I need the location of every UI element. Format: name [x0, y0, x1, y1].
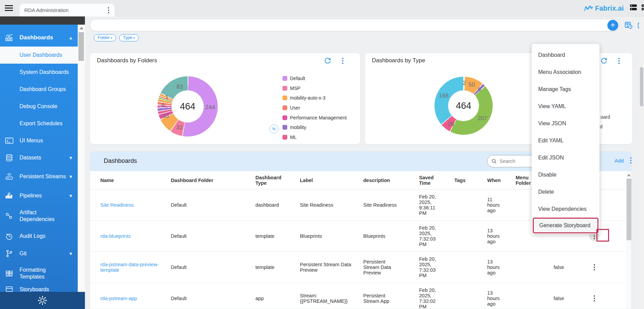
legend-item[interactable]: mobility-auto-x-3: [282, 93, 347, 103]
layout-grid-icon: [5, 269, 14, 278]
col-header-label[interactable]: Label: [300, 178, 363, 183]
sidebar-item-ui-menus[interactable]: UI Menus: [0, 132, 78, 149]
col-header-type[interactable]: Dashboard Type: [255, 175, 283, 186]
table-scrollbar[interactable]: [626, 171, 632, 309]
table-clock-icon[interactable]: [624, 21, 633, 29]
legend-item[interactable]: ML: [282, 132, 347, 142]
sidebar-item-debug-console[interactable]: Debug Console: [0, 98, 78, 115]
sidebar-item-export-schedules[interactable]: Export Schedules: [0, 115, 78, 132]
col-header-name[interactable]: Name: [100, 178, 171, 183]
menu-item-delete[interactable]: Delete: [532, 183, 599, 201]
sidebar-dark-strip: [0, 16, 85, 25]
kebab-highlight-box: [596, 229, 609, 242]
table-title: Dashboards: [104, 157, 137, 165]
terminal-icon: [5, 136, 14, 145]
col-header-description[interactable]: description: [363, 178, 419, 183]
sidebar-item-dashboard-groups[interactable]: Dashboard Groups: [0, 81, 78, 98]
legend-item[interactable]: MSP: [282, 83, 347, 93]
sidebar-item-dashboards[interactable]: Dashboards ▲: [0, 29, 78, 46]
col-header-folder[interactable]: Dashboard Folder: [171, 178, 255, 183]
menu-item-generate-storyboard[interactable]: Generate Storyboard: [533, 218, 598, 233]
row-actions-kebab[interactable]: [594, 295, 595, 301]
search-icon: [492, 159, 497, 164]
git-branch-icon: [5, 249, 14, 258]
search-placeholder: Search: [500, 158, 515, 164]
table-row: rda-pstream-app Default app Stream: {{PS…: [90, 283, 632, 309]
slice-label: 1: [165, 94, 168, 101]
col-header-saved-time[interactable]: Saved Time: [419, 175, 436, 186]
filter-chip-folder[interactable]: Folder▾: [94, 34, 116, 41]
slice-label: 168: [439, 92, 449, 99]
add-button[interactable]: Add: [615, 158, 624, 164]
stream-icon: [5, 172, 14, 181]
table-kebab-icon[interactable]: [630, 157, 632, 164]
chevron-down-icon: ▼: [68, 251, 73, 256]
gear-icon[interactable]: [37, 295, 48, 306]
legend-swatch: [282, 86, 287, 91]
panel-dashboards-by-folders: Dashboards by Folders 464 244 83 1 6 13 …: [90, 53, 361, 144]
sidebar-item-system-dashboards[interactable]: System Dashboards: [0, 64, 78, 81]
database-icon: [5, 153, 14, 162]
filter-chip-type[interactable]: Type▾: [119, 34, 139, 41]
sidebar-item-persistent-streams[interactable]: Persistent Streams ▼: [0, 166, 78, 188]
server-list-icon-clipped[interactable]: [642, 4, 644, 11]
slice-label: 8: [478, 86, 481, 93]
panel-title: Dashboards by Folders: [97, 57, 157, 64]
menu-item-dashboard[interactable]: Dashboard: [532, 47, 599, 64]
refresh-icon[interactable]: [324, 57, 331, 64]
menu-item-disable[interactable]: Disable: [532, 166, 599, 183]
menu-item-view-yaml[interactable]: View YAML: [532, 98, 599, 115]
app-tab[interactable]: RDA Administration: [20, 4, 115, 16]
slice-label: 50: [469, 81, 475, 88]
sidebar-footer: [0, 292, 85, 309]
add-plus-button[interactable]: +: [607, 20, 618, 31]
sidebar-item-datasets[interactable]: Datasets ▼: [0, 149, 78, 166]
tab-title: RDA Administration: [24, 7, 68, 13]
slice-label: 83: [177, 83, 183, 90]
menu-item-edit-yaml[interactable]: Edit YAML: [532, 132, 599, 149]
fabrix-wave-icon: [584, 5, 593, 12]
menu-item-view-json[interactable]: View JSON: [532, 115, 599, 132]
col-header-when[interactable]: When: [487, 178, 516, 183]
sidebar-item-user-dashboards[interactable]: User Dashboards: [0, 47, 78, 64]
legend-swatch: [282, 76, 287, 81]
menu-item-manage-tags[interactable]: Manage Tags: [532, 81, 599, 98]
col-header-tags[interactable]: Tags: [454, 178, 487, 183]
legend-fragment: d: [600, 124, 603, 129]
percent-badge[interactable]: %: [269, 125, 278, 133]
dashboard-name-link[interactable]: Site Readiness: [100, 202, 134, 208]
global-search-input[interactable]: [90, 19, 620, 31]
menu-item-view-dependencies[interactable]: View Dependencies: [532, 201, 599, 218]
legend-item[interactable]: Default: [282, 74, 347, 83]
legend-item[interactable]: mobility: [282, 123, 347, 132]
table-search-input[interactable]: Search: [487, 155, 536, 167]
sidebar-item-pipelines[interactable]: Pipelines ▼: [0, 187, 78, 204]
link-nodes-icon: [5, 211, 14, 220]
menu-item-edit-json[interactable]: Edit JSON: [532, 149, 599, 166]
refresh-icon[interactable]: [601, 57, 607, 64]
dashboard-name-link[interactable]: rda-blueprints: [100, 233, 131, 239]
sidebar-scrollbar[interactable]: [78, 25, 85, 292]
sidebar-item-audit-logs[interactable]: Audit Logs: [0, 228, 78, 245]
hamburger-menu-icon[interactable]: [5, 5, 13, 11]
panel-kebab-icon[interactable]: [618, 58, 620, 64]
panel-kebab-icon[interactable]: [342, 58, 343, 64]
sidebar-item-artifact-dependencies[interactable]: Artifact Dependencies: [0, 205, 78, 227]
legend-item[interactable]: User: [282, 103, 347, 113]
row-actions-kebab[interactable]: [594, 264, 595, 270]
slice-label: 13: [163, 113, 169, 119]
slice-label: 207: [478, 115, 487, 122]
sidebar-item-formatting-templates[interactable]: Formatting Templates: [0, 262, 78, 284]
menu-item-menu-association[interactable]: Menu Association: [532, 64, 599, 81]
history-icon: [5, 232, 14, 241]
bar-chart-icon: [5, 33, 14, 42]
donut-center-total: 464: [456, 101, 471, 111]
dashboard-name-link[interactable]: rda-pstream-data-preview-template: [100, 262, 159, 273]
window-scrollbar[interactable]: [639, 16, 644, 309]
dashboard-name-link[interactable]: rda-pstream-app: [100, 296, 137, 301]
tab-kebab-icon[interactable]: [108, 7, 109, 13]
server-list-icon[interactable]: [630, 4, 637, 11]
sidebar-item-git[interactable]: Git ▼: [0, 245, 78, 262]
chevron-down-icon: ▼: [68, 193, 73, 198]
legend-item[interactable]: Performance Management: [282, 113, 347, 123]
